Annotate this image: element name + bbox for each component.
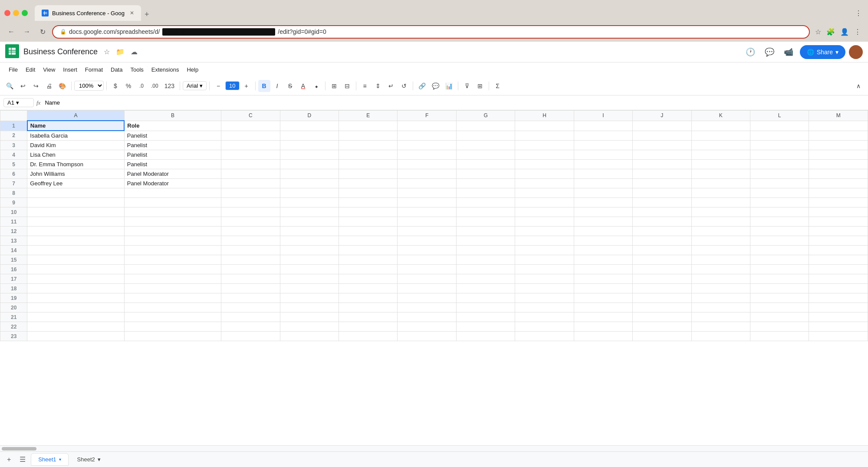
cell-D23[interactable] bbox=[280, 332, 339, 341]
cell-I5[interactable] bbox=[574, 160, 632, 169]
cell-G1[interactable] bbox=[456, 121, 515, 131]
cell-K17[interactable] bbox=[691, 274, 750, 284]
col-header-B[interactable]: B bbox=[124, 111, 221, 121]
cell-K11[interactable] bbox=[691, 217, 750, 227]
cell-E13[interactable] bbox=[339, 236, 398, 246]
cell-G8[interactable] bbox=[456, 188, 515, 198]
cell-G10[interactable] bbox=[456, 207, 515, 217]
cell-K2[interactable] bbox=[691, 131, 750, 141]
menu-tools[interactable]: Tools bbox=[127, 65, 147, 75]
cell-A23[interactable] bbox=[27, 332, 124, 341]
row-header-23[interactable]: 23 bbox=[0, 332, 27, 341]
zoom-selector[interactable]: 100% bbox=[74, 81, 104, 91]
comments-icon[interactable]: 💬 bbox=[762, 44, 777, 60]
cell-I13[interactable] bbox=[574, 236, 632, 246]
cell-J10[interactable] bbox=[633, 207, 691, 217]
cell-J4[interactable] bbox=[633, 150, 691, 160]
forward-button[interactable]: → bbox=[21, 26, 33, 38]
cell-C7[interactable] bbox=[221, 179, 280, 188]
cell-M19[interactable] bbox=[809, 293, 868, 303]
cell-J16[interactable] bbox=[633, 265, 691, 274]
cell-E4[interactable] bbox=[339, 150, 398, 160]
cell-E3[interactable] bbox=[339, 141, 398, 150]
maximize-window-button[interactable] bbox=[22, 10, 28, 16]
cell-H9[interactable] bbox=[515, 198, 574, 207]
cell-L1[interactable] bbox=[750, 121, 809, 131]
col-header-M[interactable]: M bbox=[809, 111, 868, 121]
cell-L23[interactable] bbox=[750, 332, 809, 341]
cell-G5[interactable] bbox=[456, 160, 515, 169]
cell-H15[interactable] bbox=[515, 255, 574, 265]
bookmark-icon[interactable]: ☆ bbox=[813, 26, 823, 38]
row-header-9[interactable]: 9 bbox=[0, 198, 27, 207]
cell-F15[interactable] bbox=[398, 255, 456, 265]
cell-B22[interactable] bbox=[124, 322, 221, 332]
cell-D9[interactable] bbox=[280, 198, 339, 207]
cell-F21[interactable] bbox=[398, 312, 456, 322]
cell-B14[interactable] bbox=[124, 246, 221, 255]
formula-input[interactable] bbox=[43, 99, 865, 107]
cell-I4[interactable] bbox=[574, 150, 632, 160]
cell-J22[interactable] bbox=[633, 322, 691, 332]
col-header-L[interactable]: L bbox=[750, 111, 809, 121]
cell-C8[interactable] bbox=[221, 188, 280, 198]
cell-D7[interactable] bbox=[280, 179, 339, 188]
cell-A2[interactable]: Isabella Garcia bbox=[27, 131, 124, 141]
cell-F19[interactable] bbox=[398, 293, 456, 303]
row-header-5[interactable]: 5 bbox=[0, 160, 27, 169]
browser-menu-icon[interactable]: ⋮ bbox=[852, 26, 863, 38]
cell-I14[interactable] bbox=[574, 246, 632, 255]
cell-D3[interactable] bbox=[280, 141, 339, 150]
cell-M2[interactable] bbox=[809, 131, 868, 141]
col-header-G[interactable]: G bbox=[456, 111, 515, 121]
cell-F16[interactable] bbox=[398, 265, 456, 274]
cell-D20[interactable] bbox=[280, 303, 339, 312]
cell-B23[interactable] bbox=[124, 332, 221, 341]
cell-E16[interactable] bbox=[339, 265, 398, 274]
cell-D5[interactable] bbox=[280, 160, 339, 169]
cell-H11[interactable] bbox=[515, 217, 574, 227]
cell-G7[interactable] bbox=[456, 179, 515, 188]
cell-H1[interactable] bbox=[515, 121, 574, 131]
cell-reference-box[interactable]: A1 ▾ bbox=[3, 98, 34, 107]
profile-icon[interactable]: 👤 bbox=[838, 26, 851, 38]
add-sheet-button[interactable]: + bbox=[3, 454, 14, 465]
cell-K4[interactable] bbox=[691, 150, 750, 160]
cell-M18[interactable] bbox=[809, 284, 868, 293]
cell-A18[interactable] bbox=[27, 284, 124, 293]
cell-E2[interactable] bbox=[339, 131, 398, 141]
cell-C2[interactable] bbox=[221, 131, 280, 141]
cell-L2[interactable] bbox=[750, 131, 809, 141]
cell-H7[interactable] bbox=[515, 179, 574, 188]
menu-file[interactable]: File bbox=[5, 65, 21, 75]
history-icon[interactable]: 🕐 bbox=[743, 44, 758, 60]
folder-icon[interactable]: 📁 bbox=[114, 46, 126, 58]
insert-chart-button[interactable]: 📊 bbox=[443, 80, 455, 92]
cell-G4[interactable] bbox=[456, 150, 515, 160]
cell-B12[interactable] bbox=[124, 227, 221, 236]
cell-H3[interactable] bbox=[515, 141, 574, 150]
cell-A16[interactable] bbox=[27, 265, 124, 274]
video-call-icon[interactable]: 📹 bbox=[781, 44, 796, 60]
font-name-selector[interactable]: Arial ▾ bbox=[183, 81, 207, 90]
cell-J2[interactable] bbox=[633, 131, 691, 141]
paint-format-button[interactable]: 🎨 bbox=[56, 80, 69, 92]
cell-M6[interactable] bbox=[809, 169, 868, 179]
cell-D8[interactable] bbox=[280, 188, 339, 198]
redo-button[interactable]: ↪ bbox=[30, 80, 42, 92]
cell-C16[interactable] bbox=[221, 265, 280, 274]
cell-I8[interactable] bbox=[574, 188, 632, 198]
document-title[interactable]: Business Conference bbox=[23, 47, 98, 56]
cell-C1[interactable] bbox=[221, 121, 280, 131]
cell-A3[interactable]: David Kim bbox=[27, 141, 124, 150]
cell-M3[interactable] bbox=[809, 141, 868, 150]
cell-I15[interactable] bbox=[574, 255, 632, 265]
cell-C18[interactable] bbox=[221, 284, 280, 293]
cell-F10[interactable] bbox=[398, 207, 456, 217]
cell-J3[interactable] bbox=[633, 141, 691, 150]
menu-format[interactable]: Format bbox=[82, 65, 106, 75]
cell-L9[interactable] bbox=[750, 198, 809, 207]
cell-D14[interactable] bbox=[280, 246, 339, 255]
row-header-22[interactable]: 22 bbox=[0, 322, 27, 332]
cell-M16[interactable] bbox=[809, 265, 868, 274]
